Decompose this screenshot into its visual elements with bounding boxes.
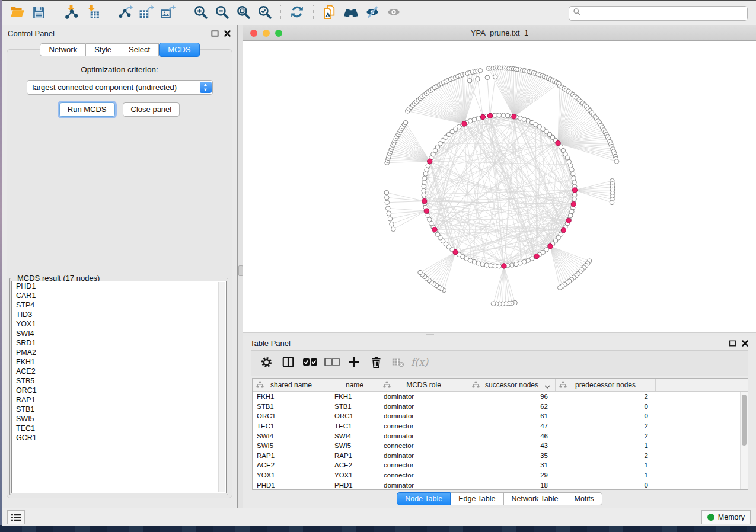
cell-predecessor-nodes[interactable]: 0 — [556, 412, 656, 419]
cell-shared-name[interactable]: TEC1 — [253, 422, 330, 430]
splitter-grip[interactable] — [426, 334, 434, 335]
cell-name[interactable]: FKH1 — [330, 393, 379, 400]
tab-edge-table[interactable]: Edge Table — [451, 492, 503, 505]
cell-name[interactable]: SWI5 — [330, 442, 379, 449]
cell-shared-name[interactable]: ACE2 — [253, 462, 330, 469]
cell-predecessor-nodes[interactable]: 1 — [556, 472, 656, 479]
cell-shared-name[interactable]: SWI5 — [253, 442, 330, 449]
cell-predecessor-nodes[interactable]: 2 — [556, 393, 656, 400]
table-row[interactable]: FKH1FKH1dominator962 — [253, 392, 748, 402]
cell-predecessor-nodes[interactable]: 2 — [556, 432, 656, 440]
mcds-result-item[interactable]: FKH1 — [12, 357, 226, 367]
splitter-grip[interactable] — [238, 265, 243, 276]
cell-MCDS-role[interactable]: connector — [379, 472, 468, 479]
mcds-result-item[interactable]: STB5 — [12, 376, 226, 386]
zoom-in-button[interactable] — [190, 4, 211, 23]
cell-name[interactable]: SWI4 — [330, 432, 379, 440]
close-panel-icon[interactable] — [223, 29, 231, 37]
cell-successor-nodes[interactable]: 18 — [468, 482, 556, 489]
import-network-button[interactable] — [60, 4, 82, 23]
mcds-result-item[interactable]: PMA2 — [12, 348, 226, 357]
cell-successor-nodes[interactable]: 61 — [468, 412, 556, 419]
column-header-name[interactable]: name — [330, 379, 379, 391]
cell-successor-nodes[interactable]: 31 — [468, 462, 556, 469]
cell-predecessor-nodes[interactable]: 1 — [556, 462, 656, 469]
table-scrollbar-thumb[interactable] — [742, 395, 747, 446]
log-console-button[interactable] — [7, 510, 25, 524]
cell-name[interactable]: ACE2 — [330, 462, 379, 469]
cell-name[interactable]: PHD1 — [330, 482, 379, 489]
table-row[interactable]: RAP1RAP1dominator352 — [253, 451, 748, 461]
cell-successor-nodes[interactable]: 96 — [468, 393, 556, 400]
cell-shared-name[interactable]: RAP1 — [253, 452, 330, 459]
table-row[interactable]: STB1STB1dominator620 — [253, 402, 748, 412]
column-header-shared-name[interactable]: shared name — [253, 379, 330, 391]
mcds-result-item[interactable]: TEC1 — [12, 424, 226, 433]
table-row[interactable]: SWI5SWI5connector431 — [253, 441, 748, 451]
float-panel-icon[interactable] — [728, 339, 736, 347]
mcds-result-item[interactable]: CAR1 — [12, 291, 226, 300]
column-header-predecessor-nodes[interactable]: predecessor nodes — [556, 379, 656, 391]
mcds-result-item[interactable]: TID3 — [12, 310, 226, 319]
zoom-fit-button[interactable] — [232, 4, 254, 23]
mcds-result-item[interactable]: ORC1 — [12, 386, 226, 395]
clone-network-button[interactable] — [319, 4, 340, 23]
tab-motifs[interactable]: Motifs — [566, 492, 602, 505]
cell-successor-nodes[interactable]: 29 — [468, 472, 556, 479]
hide-selected-button[interactable] — [362, 4, 383, 23]
tab-network-table[interactable]: Network Table — [504, 492, 567, 505]
cell-shared-name[interactable]: STB1 — [253, 403, 330, 410]
table-row[interactable]: TEC1TEC1connector472 — [253, 421, 748, 431]
cell-name[interactable]: STB1 — [330, 403, 379, 410]
mcds-result-item[interactable]: PHD1 — [12, 281, 226, 291]
mcds-result-item[interactable]: STB1 — [12, 405, 226, 414]
float-panel-icon[interactable] — [210, 29, 219, 37]
zoom-out-button[interactable] — [211, 4, 232, 23]
cell-MCDS-role[interactable]: dominator — [379, 403, 468, 410]
cell-predecessor-nodes[interactable]: 0 — [556, 482, 656, 489]
cell-successor-nodes[interactable]: 62 — [468, 403, 556, 410]
table-row[interactable]: ACE2ACE2connector311 — [253, 460, 748, 470]
table-row[interactable]: ORC1ORC1dominator610 — [253, 411, 748, 421]
optimization-criterion-select[interactable]: largest connected component (undirected) — [27, 80, 213, 95]
columns-button[interactable] — [279, 354, 297, 372]
mcds-result-item[interactable]: RAP1 — [12, 395, 226, 405]
table-row[interactable]: SWI4SWI4dominator462 — [253, 431, 748, 441]
tab-style[interactable]: Style — [86, 43, 120, 56]
cell-name[interactable]: TEC1 — [330, 422, 379, 430]
cell-successor-nodes[interactable]: 35 — [468, 452, 556, 459]
column-header-MCDS-role[interactable]: MCDS role — [379, 379, 468, 391]
delete-column-button[interactable] — [367, 354, 385, 372]
cell-name[interactable]: YOX1 — [330, 472, 379, 479]
cell-MCDS-role[interactable]: connector — [379, 462, 468, 469]
vertical-splitter[interactable] — [238, 25, 243, 508]
binoculars-button[interactable] — [340, 4, 362, 23]
save-session-button[interactable] — [28, 4, 49, 23]
search-input[interactable] — [583, 8, 744, 18]
export-network-button[interactable] — [114, 4, 136, 23]
memory-button[interactable]: Memory — [701, 510, 751, 524]
cell-MCDS-role[interactable]: dominator — [379, 412, 468, 419]
cell-predecessor-nodes[interactable]: 1 — [556, 442, 656, 449]
mcds-result-item[interactable]: YOX1 — [12, 319, 226, 329]
cell-successor-nodes[interactable]: 47 — [468, 422, 556, 430]
add-column-button[interactable] — [345, 354, 363, 372]
cell-MCDS-role[interactable]: dominator — [379, 393, 468, 400]
cell-MCDS-role[interactable]: connector — [379, 442, 468, 449]
mcds-result-item[interactable]: SRD1 — [12, 338, 226, 348]
open-file-button[interactable] — [7, 4, 28, 23]
network-canvas[interactable] — [243, 41, 756, 332]
run-mcds-button[interactable]: Run MCDS — [59, 102, 115, 117]
mcds-result-item[interactable]: STP4 — [12, 300, 226, 310]
search-box[interactable] — [569, 6, 748, 21]
cell-MCDS-role[interactable]: dominator — [379, 452, 468, 459]
mcds-result-item[interactable]: GCR1 — [12, 433, 226, 443]
mcds-result-item[interactable]: SWI4 — [12, 329, 226, 338]
column-header-successor-nodes[interactable]: successor nodes — [468, 379, 556, 391]
cell-MCDS-role[interactable]: dominator — [379, 432, 468, 440]
cell-shared-name[interactable]: PHD1 — [253, 482, 330, 489]
refresh-button[interactable] — [286, 4, 308, 23]
import-table-button[interactable] — [82, 4, 103, 23]
tab-node-table[interactable]: Node Table — [397, 492, 451, 505]
cell-shared-name[interactable]: ORC1 — [253, 412, 330, 419]
